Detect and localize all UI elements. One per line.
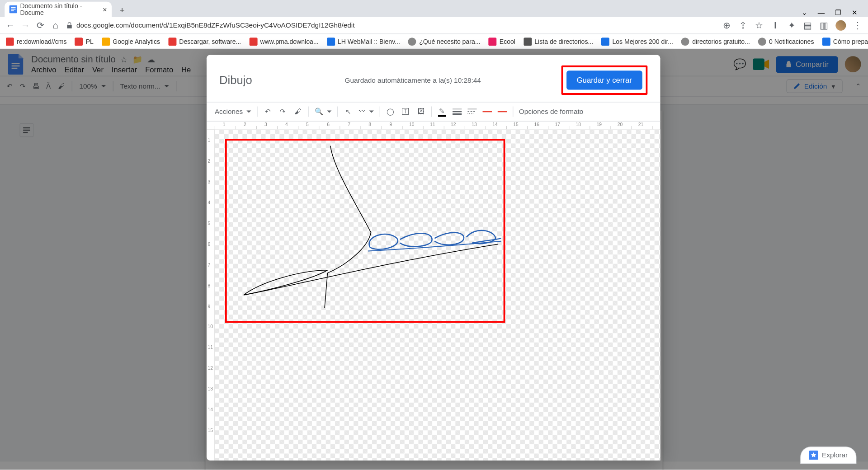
menu-icon[interactable]: ⋮ (853, 20, 862, 29)
image-tool-icon[interactable]: 🖼 (416, 107, 425, 116)
ext2-icon[interactable]: ▤ (803, 20, 812, 29)
redo-icon[interactable]: ↷ (278, 107, 287, 116)
chevron-down-icon[interactable]: ⌄ (802, 9, 807, 17)
drawing-toolbar: Acciones ↶ ↷ 🖌 🔍 ↖ 〰 ◯ 🅃 🖼 ✎ (207, 102, 660, 122)
modal-title: Dibujo (219, 74, 252, 87)
explore-button[interactable]: Explorar (801, 446, 857, 464)
signature-drawing[interactable] (226, 140, 504, 322)
svg-rect-14 (453, 113, 462, 115)
home-icon[interactable]: ⌂ (51, 20, 60, 29)
star-icon[interactable]: ☆ (755, 20, 764, 29)
close-window-icon[interactable]: ✕ (852, 9, 858, 17)
svg-rect-13 (453, 111, 462, 113)
bookmark-item[interactable]: Lista de directorios... (524, 38, 593, 46)
drawing-modal: Dibujo Guardado automáticamente a la(s) … (207, 55, 660, 461)
bookmark-item[interactable]: PL (75, 38, 94, 46)
new-tab-button[interactable]: + (116, 4, 128, 16)
bookmark-item[interactable]: Descargar, software... (168, 38, 241, 46)
close-tab-icon[interactable]: × (103, 5, 107, 14)
line-color-icon[interactable]: ✎ (437, 107, 446, 116)
line-weight-icon[interactable] (453, 107, 462, 116)
bookmarks-bar: re:download//cms PL Google Analytics Des… (0, 34, 868, 49)
window-controls: ⌄ — ❐ ✕ (802, 9, 863, 17)
url-text: docs.google.com/document/d/1ExqiB5nE8dZF… (76, 21, 355, 29)
bookmark-item[interactable]: LH WebMail :: Bienv... (327, 38, 400, 46)
reader-icon[interactable]: ▥ (819, 20, 828, 29)
bookmark-item[interactable]: Ecool (488, 38, 515, 46)
drawing-canvas[interactable] (215, 130, 660, 461)
drawing-ruler-horizontal: 123456789101112131415161718192021 (207, 122, 660, 130)
svg-rect-2 (11, 9, 15, 9)
bookmark-item[interactable]: www.pma.downloa... (249, 38, 318, 46)
share-url-icon[interactable]: ⇪ (738, 20, 747, 29)
explore-icon (809, 451, 818, 460)
svg-rect-17 (470, 111, 472, 112)
autosave-status: Guardado automáticamente a la(s) 10:28:4… (345, 76, 481, 84)
svg-rect-20 (469, 113, 470, 114)
svg-rect-12 (453, 109, 462, 109)
maximize-icon[interactable]: ❐ (835, 9, 841, 17)
actions-dropdown[interactable]: Acciones (215, 108, 251, 116)
bookmark-item[interactable]: ¿Qué necesito para... (408, 38, 481, 46)
line-dash-icon[interactable] (467, 107, 476, 116)
tab-title: Documento sin título - Docume (20, 2, 99, 16)
address-bar: ← → ⟳ ⌂ docs.google.com/document/d/1Exqi… (0, 17, 868, 34)
ext1-icon[interactable]: I (771, 20, 780, 29)
bookmark-item[interactable]: re:download//cms (6, 38, 67, 46)
svg-rect-18 (473, 111, 475, 112)
bookmark-item[interactable]: Los Mejores 200 dir... (601, 38, 673, 46)
url-field[interactable]: docs.google.com/document/d/1ExqiB5nE8dZF… (66, 21, 355, 29)
svg-rect-3 (11, 10, 14, 11)
profile-avatar[interactable] (835, 20, 846, 30)
bookmark-item[interactable]: 0 Notificaciones (758, 38, 814, 46)
browser-tab-strip: Documento sin título - Docume × + ⌄ — ❐ … (0, 0, 868, 17)
forward-icon[interactable]: → (21, 20, 30, 29)
bookmark-item[interactable]: directorios gratuito... (681, 38, 750, 46)
extensions-icon[interactable]: ✦ (787, 20, 796, 29)
svg-rect-15 (467, 109, 476, 109)
undo-icon[interactable]: ↶ (263, 107, 272, 116)
svg-rect-1 (11, 7, 15, 8)
paint-format-icon[interactable]: 🖌 (293, 107, 302, 116)
docs-favicon (9, 5, 16, 14)
svg-rect-21 (471, 113, 472, 114)
line-start-icon[interactable] (482, 107, 491, 116)
select-tool-icon[interactable]: ↖ (344, 107, 353, 116)
save-and-close-button[interactable]: Guardar y cerrar (566, 70, 642, 89)
zoom-tool-dropdown[interactable]: 🔍 (315, 108, 331, 116)
back-icon[interactable]: ← (6, 20, 15, 29)
svg-rect-19 (467, 113, 468, 114)
format-options-button[interactable]: Opciones de formato (519, 108, 584, 116)
svg-rect-16 (467, 111, 469, 112)
save-close-highlight: Guardar y cerrar (561, 66, 647, 95)
bookmark-item[interactable]: Cómo preparar tu d... (822, 38, 868, 46)
line-end-icon[interactable] (497, 107, 506, 116)
lock-icon (66, 22, 73, 28)
zoom-icon[interactable]: ⊕ (722, 20, 731, 29)
browser-tab[interactable]: Documento sin título - Docume × (5, 2, 112, 17)
reload-icon[interactable]: ⟳ (36, 20, 45, 29)
svg-rect-22 (472, 113, 473, 114)
textbox-tool-icon[interactable]: 🅃 (401, 107, 410, 116)
minimize-icon[interactable]: — (818, 9, 825, 17)
shape-tool-icon[interactable]: ◯ (386, 107, 395, 116)
line-tool-dropdown[interactable]: 〰 (359, 108, 373, 116)
drawing-ruler-vertical: 123456789101112131415 (207, 130, 215, 461)
bookmark-item[interactable]: Google Analytics (102, 38, 160, 46)
